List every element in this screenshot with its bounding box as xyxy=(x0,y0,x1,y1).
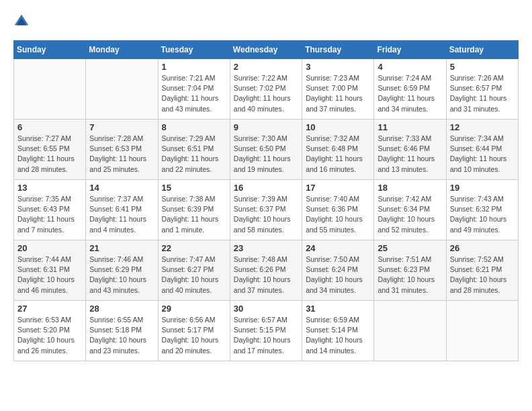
day-number: 25 xyxy=(378,243,442,253)
day-info: Sunrise: 7:21 AM Sunset: 7:04 PM Dayligh… xyxy=(162,73,226,114)
day-number: 30 xyxy=(234,304,298,314)
calendar-cell xyxy=(446,301,518,361)
day-info: Sunrise: 7:50 AM Sunset: 6:24 PM Dayligh… xyxy=(306,255,370,295)
calendar-cell: 24Sunrise: 7:50 AM Sunset: 6:24 PM Dayli… xyxy=(302,240,374,301)
day-number: 1 xyxy=(162,62,226,72)
day-number: 26 xyxy=(450,243,515,253)
day-number: 4 xyxy=(378,62,442,72)
day-info: Sunrise: 7:42 AM Sunset: 6:34 PM Dayligh… xyxy=(378,194,442,235)
calendar-cell: 6Sunrise: 7:27 AM Sunset: 6:55 PM Daylig… xyxy=(14,120,86,180)
day-info: Sunrise: 7:44 AM Sunset: 6:31 PM Dayligh… xyxy=(17,255,82,295)
day-info: Sunrise: 7:51 AM Sunset: 6:23 PM Dayligh… xyxy=(378,255,442,295)
day-number: 27 xyxy=(17,304,82,314)
calendar-cell: 2Sunrise: 7:22 AM Sunset: 7:02 PM Daylig… xyxy=(230,59,302,120)
calendar-cell: 14Sunrise: 7:37 AM Sunset: 6:41 PM Dayli… xyxy=(86,180,158,240)
calendar-cell: 28Sunrise: 6:55 AM Sunset: 5:18 PM Dayli… xyxy=(86,301,158,361)
day-number: 24 xyxy=(306,243,370,253)
day-info: Sunrise: 7:39 AM Sunset: 6:37 PM Dayligh… xyxy=(234,194,298,235)
day-info: Sunrise: 6:57 AM Sunset: 5:15 PM Dayligh… xyxy=(234,315,298,356)
page-header xyxy=(13,13,519,30)
day-info: Sunrise: 7:24 AM Sunset: 6:59 PM Dayligh… xyxy=(378,73,442,114)
day-info: Sunrise: 6:55 AM Sunset: 5:18 PM Dayligh… xyxy=(89,315,154,356)
day-number: 22 xyxy=(162,243,226,253)
calendar-cell: 7Sunrise: 7:28 AM Sunset: 6:53 PM Daylig… xyxy=(86,120,158,180)
calendar-cell: 3Sunrise: 7:23 AM Sunset: 7:00 PM Daylig… xyxy=(302,59,374,120)
col-header-thursday: Thursday xyxy=(302,41,374,59)
day-number: 20 xyxy=(17,243,82,253)
day-info: Sunrise: 7:32 AM Sunset: 6:48 PM Dayligh… xyxy=(306,134,370,175)
calendar-cell: 19Sunrise: 7:43 AM Sunset: 6:32 PM Dayli… xyxy=(446,180,518,240)
calendar-cell: 9Sunrise: 7:30 AM Sunset: 6:50 PM Daylig… xyxy=(230,120,302,180)
day-info: Sunrise: 7:23 AM Sunset: 7:00 PM Dayligh… xyxy=(306,73,370,114)
day-info: Sunrise: 7:26 AM Sunset: 6:57 PM Dayligh… xyxy=(450,73,515,114)
col-header-friday: Friday xyxy=(374,41,446,59)
day-number: 15 xyxy=(162,183,226,193)
calendar-cell xyxy=(86,59,158,120)
day-info: Sunrise: 7:35 AM Sunset: 6:43 PM Dayligh… xyxy=(17,194,82,235)
calendar-cell: 16Sunrise: 7:39 AM Sunset: 6:37 PM Dayli… xyxy=(230,180,302,240)
day-number: 6 xyxy=(17,122,82,132)
calendar-cell: 13Sunrise: 7:35 AM Sunset: 6:43 PM Dayli… xyxy=(14,180,86,240)
day-number: 10 xyxy=(306,122,370,132)
day-number: 7 xyxy=(89,122,154,132)
calendar-cell: 23Sunrise: 7:48 AM Sunset: 6:26 PM Dayli… xyxy=(230,240,302,301)
day-info: Sunrise: 6:56 AM Sunset: 5:17 PM Dayligh… xyxy=(162,315,226,356)
day-info: Sunrise: 7:43 AM Sunset: 6:32 PM Dayligh… xyxy=(450,194,515,235)
calendar-cell: 10Sunrise: 7:32 AM Sunset: 6:48 PM Dayli… xyxy=(302,120,374,180)
day-info: Sunrise: 7:34 AM Sunset: 6:44 PM Dayligh… xyxy=(450,134,515,175)
day-info: Sunrise: 7:33 AM Sunset: 6:46 PM Dayligh… xyxy=(378,134,442,175)
calendar-cell: 17Sunrise: 7:40 AM Sunset: 6:36 PM Dayli… xyxy=(302,180,374,240)
col-header-tuesday: Tuesday xyxy=(158,41,230,59)
day-number: 9 xyxy=(234,122,298,132)
day-number: 31 xyxy=(306,304,370,314)
day-number: 17 xyxy=(306,183,370,193)
day-number: 11 xyxy=(378,122,442,132)
day-info: Sunrise: 7:52 AM Sunset: 6:21 PM Dayligh… xyxy=(450,255,515,295)
day-number: 29 xyxy=(162,304,226,314)
calendar-cell: 25Sunrise: 7:51 AM Sunset: 6:23 PM Dayli… xyxy=(374,240,446,301)
calendar-cell: 21Sunrise: 7:46 AM Sunset: 6:29 PM Dayli… xyxy=(86,240,158,301)
calendar-cell: 8Sunrise: 7:29 AM Sunset: 6:51 PM Daylig… xyxy=(158,120,230,180)
day-info: Sunrise: 7:47 AM Sunset: 6:27 PM Dayligh… xyxy=(162,255,226,295)
col-header-wednesday: Wednesday xyxy=(230,41,302,59)
day-info: Sunrise: 6:59 AM Sunset: 5:14 PM Dayligh… xyxy=(306,315,370,356)
day-number: 8 xyxy=(162,122,226,132)
day-info: Sunrise: 7:38 AM Sunset: 6:39 PM Dayligh… xyxy=(162,194,226,235)
day-info: Sunrise: 6:53 AM Sunset: 5:20 PM Dayligh… xyxy=(17,315,82,356)
day-number: 2 xyxy=(234,62,298,72)
calendar-table: SundayMondayTuesdayWednesdayThursdayFrid… xyxy=(13,40,519,361)
calendar-cell: 26Sunrise: 7:52 AM Sunset: 6:21 PM Dayli… xyxy=(446,240,518,301)
day-number: 19 xyxy=(450,183,515,193)
calendar-cell: 29Sunrise: 6:56 AM Sunset: 5:17 PM Dayli… xyxy=(158,301,230,361)
day-number: 16 xyxy=(234,183,298,193)
day-number: 5 xyxy=(450,62,515,72)
day-number: 21 xyxy=(89,243,154,253)
calendar-cell: 12Sunrise: 7:34 AM Sunset: 6:44 PM Dayli… xyxy=(446,120,518,180)
day-info: Sunrise: 7:46 AM Sunset: 6:29 PM Dayligh… xyxy=(89,255,154,295)
day-info: Sunrise: 7:29 AM Sunset: 6:51 PM Dayligh… xyxy=(162,134,226,175)
calendar-cell: 20Sunrise: 7:44 AM Sunset: 6:31 PM Dayli… xyxy=(14,240,86,301)
day-info: Sunrise: 7:22 AM Sunset: 7:02 PM Dayligh… xyxy=(234,73,298,114)
logo-icon xyxy=(13,13,30,30)
day-number: 28 xyxy=(89,304,154,314)
col-header-saturday: Saturday xyxy=(446,41,518,59)
day-info: Sunrise: 7:37 AM Sunset: 6:41 PM Dayligh… xyxy=(89,194,154,235)
day-info: Sunrise: 7:48 AM Sunset: 6:26 PM Dayligh… xyxy=(234,255,298,295)
calendar-cell: 5Sunrise: 7:26 AM Sunset: 6:57 PM Daylig… xyxy=(446,59,518,120)
logo xyxy=(13,13,32,30)
day-number: 3 xyxy=(306,62,370,72)
day-number: 14 xyxy=(89,183,154,193)
day-number: 18 xyxy=(378,183,442,193)
calendar-cell: 27Sunrise: 6:53 AM Sunset: 5:20 PM Dayli… xyxy=(14,301,86,361)
col-header-sunday: Sunday xyxy=(14,41,86,59)
calendar-cell: 18Sunrise: 7:42 AM Sunset: 6:34 PM Dayli… xyxy=(374,180,446,240)
calendar-cell: 11Sunrise: 7:33 AM Sunset: 6:46 PM Dayli… xyxy=(374,120,446,180)
day-info: Sunrise: 7:30 AM Sunset: 6:50 PM Dayligh… xyxy=(234,134,298,175)
day-number: 12 xyxy=(450,122,515,132)
calendar-cell: 30Sunrise: 6:57 AM Sunset: 5:15 PM Dayli… xyxy=(230,301,302,361)
day-number: 13 xyxy=(17,183,82,193)
calendar-cell xyxy=(374,301,446,361)
day-info: Sunrise: 7:28 AM Sunset: 6:53 PM Dayligh… xyxy=(89,134,154,175)
col-header-monday: Monday xyxy=(86,41,158,59)
day-number: 23 xyxy=(234,243,298,253)
